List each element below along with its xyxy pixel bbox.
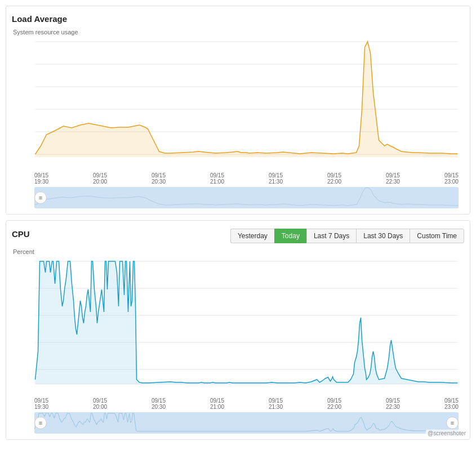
- cpu-header: CPU Yesterday Today Last 7 Days Last 30 …: [12, 229, 464, 243]
- cpu-svg: 100 80 60 40 20 0: [34, 256, 459, 396]
- btn-today[interactable]: Today: [274, 229, 306, 243]
- cpu-y-label: Percent: [13, 248, 34, 255]
- btn-last-7-days[interactable]: Last 7 Days: [306, 229, 356, 243]
- btn-custom-time[interactable]: Custom Time: [410, 229, 464, 243]
- cpu-mini-chart: ≡ ≡: [34, 412, 459, 434]
- load-average-chart-container: System resource usage 100 80 60 40 20 0: [12, 28, 464, 208]
- load-average-mini-svg: [34, 187, 459, 208]
- cpu-chart-container: Percent 100 80 60 40 20 0: [12, 248, 464, 434]
- load-average-x-labels: 09/1519:30 09/1520:00 09/1520:30 09/1521…: [34, 172, 459, 185]
- svg-marker-12: [35, 42, 458, 157]
- cpu-title: CPU: [12, 229, 30, 239]
- load-average-mini-chart: ≡: [34, 187, 459, 208]
- cpu-chart-area: Percent 100 80 60 40 20 0: [34, 248, 459, 396]
- cpu-time-buttons: Yesterday Today Last 7 Days Last 30 Days…: [230, 229, 464, 243]
- btn-last-30-days[interactable]: Last 30 Days: [356, 229, 410, 243]
- svg-rect-14: [34, 187, 459, 208]
- load-average-chart-area: System resource usage 100 80 60 40 20 0: [34, 28, 459, 171]
- cpu-mini-svg: [34, 412, 459, 434]
- cpu-x-labels: 09/1519:30 09/1520:00 09/1520:30 09/1521…: [34, 398, 459, 410]
- svg-rect-29: [34, 412, 459, 434]
- svg-marker-27: [35, 261, 458, 384]
- load-average-title: Load Average: [12, 14, 464, 24]
- cpu-section: CPU Yesterday Today Last 7 Days Last 30 …: [6, 220, 470, 440]
- btn-yesterday[interactable]: Yesterday: [230, 229, 274, 243]
- load-average-y-label: System resource usage: [13, 29, 78, 35]
- load-average-svg: 100 80 60 40 20 0: [34, 36, 459, 171]
- load-average-section: Load Average System resource usage 100 8…: [6, 6, 470, 215]
- cpu-scroll-btn-right[interactable]: ≡: [446, 417, 459, 429]
- watermark: @screenshoter: [426, 430, 468, 437]
- load-average-scroll-btn[interactable]: ≡: [34, 191, 47, 204]
- cpu-scroll-btn-left[interactable]: ≡: [34, 417, 47, 429]
